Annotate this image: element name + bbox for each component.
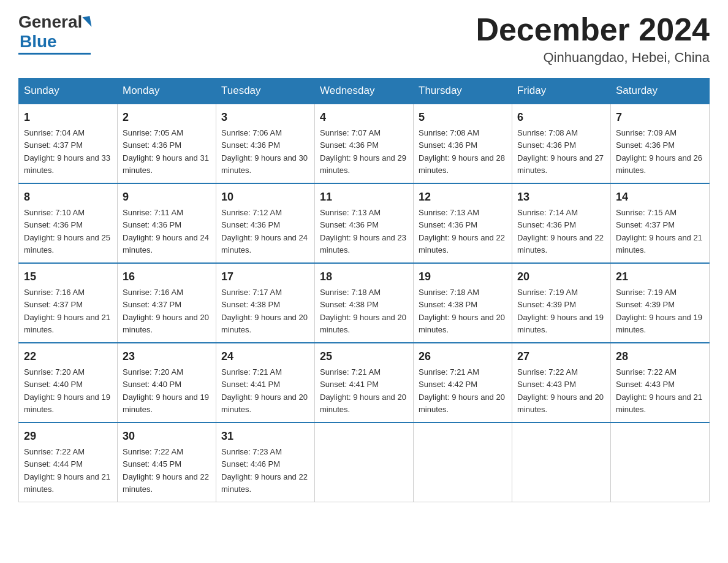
calendar-cell: 8Sunrise: 7:10 AMSunset: 4:36 PMDaylight… (19, 183, 118, 263)
calendar-week-row: 29Sunrise: 7:22 AMSunset: 4:44 PMDayligh… (19, 423, 710, 502)
title-section: December 2024 Qinhuangdao, Hebei, China (476, 12, 710, 66)
day-number: 3 (221, 109, 309, 126)
calendar-cell: 11Sunrise: 7:13 AMSunset: 4:36 PMDayligh… (315, 183, 414, 263)
calendar-cell: 22Sunrise: 7:20 AMSunset: 4:40 PMDayligh… (19, 343, 118, 423)
calendar-cell: 20Sunrise: 7:19 AMSunset: 4:39 PMDayligh… (512, 263, 611, 343)
calendar-cell: 28Sunrise: 7:22 AMSunset: 4:43 PMDayligh… (611, 343, 710, 423)
calendar-cell: 10Sunrise: 7:12 AMSunset: 4:36 PMDayligh… (216, 183, 315, 263)
day-number: 29 (24, 428, 112, 445)
day-info: Sunrise: 7:19 AMSunset: 4:39 PMDaylight:… (616, 288, 702, 334)
day-number: 18 (320, 269, 408, 285)
day-info: Sunrise: 7:21 AMSunset: 4:41 PMDaylight:… (320, 367, 406, 414)
day-info: Sunrise: 7:22 AMSunset: 4:45 PMDaylight:… (123, 447, 209, 494)
day-info: Sunrise: 7:21 AMSunset: 4:42 PMDaylight:… (419, 367, 505, 414)
logo: General Blue (18, 12, 91, 55)
day-number: 23 (123, 348, 211, 365)
day-number: 31 (221, 428, 309, 445)
day-info: Sunrise: 7:04 AMSunset: 4:37 PMDaylight:… (24, 128, 110, 175)
calendar-cell: 19Sunrise: 7:18 AMSunset: 4:38 PMDayligh… (414, 263, 512, 343)
day-number: 11 (320, 189, 408, 205)
logo-blue-text: Blue (20, 32, 57, 52)
calendar-cell: 13Sunrise: 7:14 AMSunset: 4:36 PMDayligh… (512, 183, 611, 263)
day-info: Sunrise: 7:20 AMSunset: 4:40 PMDaylight:… (24, 367, 110, 414)
calendar-header-row: SundayMondayTuesdayWednesdayThursdayFrid… (19, 79, 710, 104)
day-number: 21 (616, 269, 704, 285)
day-info: Sunrise: 7:21 AMSunset: 4:41 PMDaylight:… (221, 367, 308, 414)
calendar-cell: 17Sunrise: 7:17 AMSunset: 4:38 PMDayligh… (216, 263, 315, 343)
day-number: 17 (221, 269, 309, 285)
day-number: 22 (24, 348, 112, 365)
day-info: Sunrise: 7:18 AMSunset: 4:38 PMDaylight:… (320, 288, 406, 334)
day-number: 16 (123, 269, 211, 285)
calendar-week-row: 8Sunrise: 7:10 AMSunset: 4:36 PMDaylight… (19, 183, 710, 263)
day-info: Sunrise: 7:14 AMSunset: 4:36 PMDaylight:… (517, 208, 604, 255)
calendar-table: SundayMondayTuesdayWednesdayThursdayFrid… (18, 78, 710, 502)
day-info: Sunrise: 7:18 AMSunset: 4:38 PMDaylight:… (419, 288, 505, 334)
column-header-friday: Friday (512, 79, 611, 104)
calendar-cell: 5Sunrise: 7:08 AMSunset: 4:36 PMDaylight… (414, 104, 512, 183)
location-subtitle: Qinhuangdao, Hebei, China (476, 50, 710, 66)
calendar-cell: 15Sunrise: 7:16 AMSunset: 4:37 PMDayligh… (19, 263, 118, 343)
calendar-cell: 21Sunrise: 7:19 AMSunset: 4:39 PMDayligh… (611, 263, 710, 343)
column-header-saturday: Saturday (611, 79, 710, 104)
day-number: 19 (419, 269, 507, 285)
day-number: 4 (320, 109, 408, 126)
day-number: 24 (221, 348, 309, 365)
day-number: 9 (123, 189, 211, 205)
calendar-cell: 29Sunrise: 7:22 AMSunset: 4:44 PMDayligh… (19, 423, 118, 502)
logo-underline (18, 53, 91, 55)
day-number: 6 (517, 109, 605, 126)
column-header-sunday: Sunday (19, 79, 118, 104)
calendar-cell: 3Sunrise: 7:06 AMSunset: 4:36 PMDaylight… (216, 104, 315, 183)
day-info: Sunrise: 7:16 AMSunset: 4:37 PMDaylight:… (24, 288, 110, 334)
day-info: Sunrise: 7:19 AMSunset: 4:39 PMDaylight:… (517, 288, 604, 334)
calendar-week-row: 15Sunrise: 7:16 AMSunset: 4:37 PMDayligh… (19, 263, 710, 343)
calendar-week-row: 22Sunrise: 7:20 AMSunset: 4:40 PMDayligh… (19, 343, 710, 423)
day-info: Sunrise: 7:07 AMSunset: 4:36 PMDaylight:… (320, 128, 406, 175)
page-header: General Blue December 2024 Qinhuangdao, … (18, 12, 710, 66)
day-info: Sunrise: 7:11 AMSunset: 4:36 PMDaylight:… (123, 208, 209, 255)
calendar-cell: 14Sunrise: 7:15 AMSunset: 4:37 PMDayligh… (611, 183, 710, 263)
calendar-cell: 27Sunrise: 7:22 AMSunset: 4:43 PMDayligh… (512, 343, 611, 423)
day-number: 14 (616, 189, 704, 205)
logo-general-text: General (18, 12, 82, 32)
day-info: Sunrise: 7:05 AMSunset: 4:36 PMDaylight:… (123, 128, 209, 175)
day-info: Sunrise: 7:17 AMSunset: 4:38 PMDaylight:… (221, 288, 308, 334)
day-info: Sunrise: 7:15 AMSunset: 4:37 PMDaylight:… (616, 208, 702, 255)
day-number: 5 (419, 109, 507, 126)
calendar-cell: 23Sunrise: 7:20 AMSunset: 4:40 PMDayligh… (118, 343, 216, 423)
day-info: Sunrise: 7:10 AMSunset: 4:36 PMDaylight:… (24, 208, 110, 255)
day-info: Sunrise: 7:09 AMSunset: 4:36 PMDaylight:… (616, 128, 702, 175)
calendar-cell: 24Sunrise: 7:21 AMSunset: 4:41 PMDayligh… (216, 343, 315, 423)
day-number: 27 (517, 348, 605, 365)
day-info: Sunrise: 7:22 AMSunset: 4:44 PMDaylight:… (24, 447, 110, 494)
calendar-cell: 4Sunrise: 7:07 AMSunset: 4:36 PMDaylight… (315, 104, 414, 183)
calendar-week-row: 1Sunrise: 7:04 AMSunset: 4:37 PMDaylight… (19, 104, 710, 183)
month-title: December 2024 (476, 12, 710, 47)
calendar-cell: 16Sunrise: 7:16 AMSunset: 4:37 PMDayligh… (118, 263, 216, 343)
logo-arrow-icon (83, 16, 92, 28)
calendar-cell (512, 423, 611, 502)
day-number: 2 (123, 109, 211, 126)
day-number: 20 (517, 269, 605, 285)
day-info: Sunrise: 7:23 AMSunset: 4:46 PMDaylight:… (221, 447, 308, 494)
calendar-cell: 18Sunrise: 7:18 AMSunset: 4:38 PMDayligh… (315, 263, 414, 343)
calendar-cell (414, 423, 512, 502)
day-info: Sunrise: 7:13 AMSunset: 4:36 PMDaylight:… (419, 208, 505, 255)
day-number: 13 (517, 189, 605, 205)
day-info: Sunrise: 7:13 AMSunset: 4:36 PMDaylight:… (320, 208, 406, 255)
calendar-cell: 9Sunrise: 7:11 AMSunset: 4:36 PMDaylight… (118, 183, 216, 263)
day-number: 8 (24, 189, 112, 205)
calendar-cell: 6Sunrise: 7:08 AMSunset: 4:36 PMDaylight… (512, 104, 611, 183)
day-number: 7 (616, 109, 704, 126)
day-info: Sunrise: 7:06 AMSunset: 4:36 PMDaylight:… (221, 128, 308, 175)
calendar-cell: 31Sunrise: 7:23 AMSunset: 4:46 PMDayligh… (216, 423, 315, 502)
day-info: Sunrise: 7:16 AMSunset: 4:37 PMDaylight:… (123, 288, 209, 334)
day-info: Sunrise: 7:22 AMSunset: 4:43 PMDaylight:… (616, 367, 702, 414)
logo-text: General (18, 12, 91, 32)
column-header-tuesday: Tuesday (216, 79, 315, 104)
day-info: Sunrise: 7:08 AMSunset: 4:36 PMDaylight:… (419, 128, 505, 175)
calendar-cell: 25Sunrise: 7:21 AMSunset: 4:41 PMDayligh… (315, 343, 414, 423)
column-header-thursday: Thursday (414, 79, 512, 104)
column-header-monday: Monday (118, 79, 216, 104)
